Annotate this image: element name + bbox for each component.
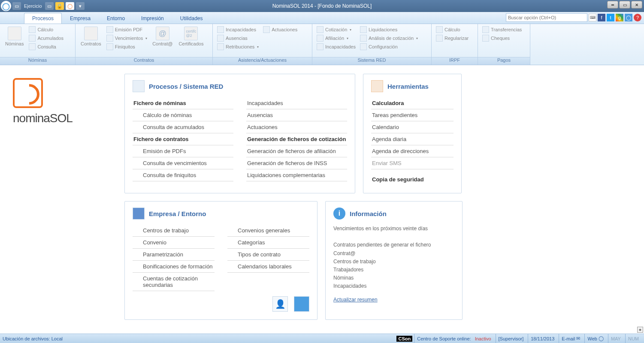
search-input[interactable] xyxy=(506,13,587,22)
list-item[interactable]: Copia de seguridad xyxy=(371,174,454,185)
incapacidades-red-button[interactable]: Incapacidades xyxy=(316,43,357,51)
list-item[interactable]: Categorías xyxy=(227,237,309,249)
analysis-icon xyxy=(360,35,367,42)
qat-icon-2[interactable]: ▭ xyxy=(45,2,54,10)
actuaciones-button[interactable]: Actuaciones xyxy=(262,26,298,33)
configuracion-button[interactable]: Configuración xyxy=(359,43,419,51)
google-icon[interactable]: g xyxy=(616,14,623,21)
list-item[interactable]: Consulta de finiquitos xyxy=(133,169,233,181)
minimize-button[interactable]: ━ xyxy=(607,1,618,9)
qat-logo-icon[interactable]: ◯ xyxy=(66,2,74,10)
list-item[interactable]: Generación de ficheros de INSS xyxy=(246,157,347,169)
list-item[interactable]: Parametrización xyxy=(133,249,215,261)
list-item[interactable]: Cuentas de cotización secundarias xyxy=(133,273,215,291)
email-link[interactable]: E-mail ✉ xyxy=(559,334,583,343)
vencimientos-button[interactable]: Vencimientos▾ xyxy=(106,34,148,42)
tab-utilidades[interactable]: Utilidades xyxy=(172,13,211,24)
list-item[interactable]: Calendarios laborales xyxy=(227,261,309,273)
list-item[interactable]: Enviar SMS xyxy=(371,157,454,169)
qat-lock-icon[interactable]: 🔒 xyxy=(55,2,64,10)
list-item[interactable]: Centros de trabajo xyxy=(133,225,215,237)
irpf-calculo-button[interactable]: Cálculo xyxy=(435,26,469,33)
tab-entorno[interactable]: Entorno xyxy=(99,13,133,24)
support-status[interactable]: Centro de Soporte online: Inactivo xyxy=(414,334,493,343)
contratos-button[interactable]: Contratos xyxy=(79,26,103,47)
cert-icon: certifc@2 xyxy=(184,27,198,40)
calendar-icon xyxy=(106,35,113,42)
panel-title: Empresa / Entorno xyxy=(149,210,206,217)
list-item[interactable]: Convenio xyxy=(133,237,215,249)
list-item[interactable]: Emisión de PDFs xyxy=(133,145,233,157)
panel-procesos: Procesos / Sistema RED Fichero de nómina… xyxy=(124,74,355,193)
list-item[interactable]: Bonificaciones de formación xyxy=(133,261,215,273)
user-icon[interactable]: 👤 xyxy=(272,296,288,312)
web-link[interactable]: Web ◯ xyxy=(584,334,606,343)
tab-empresa[interactable]: Empresa xyxy=(62,13,99,24)
list-item[interactable]: Agenda de direcciones xyxy=(371,145,454,157)
list-item[interactable]: Incapacidades xyxy=(246,97,347,109)
herramientas-list: CalculadoraTareas pendientesCalendarioAg… xyxy=(371,97,454,185)
link-icon[interactable]: ◯ xyxy=(625,14,632,21)
user-label[interactable]: [Supervisor] xyxy=(496,334,526,343)
cson-badge[interactable]: CSon xyxy=(396,336,412,342)
list-item[interactable]: Generación de ficheros de afiliación xyxy=(246,145,347,157)
list-item[interactable]: Liquidaciones complementarias xyxy=(246,169,347,181)
afiliacion-button[interactable]: Afiliación▾ xyxy=(316,34,357,42)
list-item[interactable]: Agenda diaria xyxy=(371,133,454,145)
twitter-icon[interactable]: t xyxy=(607,14,614,21)
list-item[interactable]: Cálculo de nóminas xyxy=(133,109,233,121)
tab-procesos[interactable]: Procesos xyxy=(24,13,62,24)
ausencias-button[interactable]: Ausencias xyxy=(216,34,260,42)
caps-indicator: MAY xyxy=(608,334,623,343)
liquidaciones-button[interactable]: Liquidaciones xyxy=(359,26,419,33)
incapacidades-button[interactable]: Incapacidades xyxy=(216,26,260,33)
contrata-button[interactable]: @ Contrat@ xyxy=(151,26,174,47)
list-item[interactable]: Tipos de contrato xyxy=(227,249,309,261)
emision-pdf-button[interactable]: Emisión PDF xyxy=(106,26,148,33)
dropdown-icon: ▾ xyxy=(347,36,348,40)
tab-impresion[interactable]: Impresión xyxy=(133,13,172,24)
panel-title: Procesos / Sistema RED xyxy=(149,83,223,90)
help-icon[interactable]: ? xyxy=(634,14,641,21)
certificados-button[interactable]: certifc@2 Certificados xyxy=(177,26,205,47)
list-item[interactable]: Fichero de nóminas xyxy=(133,97,233,109)
calculo-button[interactable]: Cálculo xyxy=(28,26,64,33)
list-item[interactable]: Consulta de vencimientos xyxy=(133,157,233,169)
qat-document-icon[interactable]: ▭ xyxy=(12,2,21,10)
cotizacion-button[interactable]: Cotización▾ xyxy=(316,26,357,33)
facebook-icon[interactable]: f xyxy=(598,14,605,21)
regularizar-button[interactable]: Regularizar xyxy=(435,34,469,42)
info-line: Centros de trabajo xyxy=(333,258,454,266)
document-icon xyxy=(133,80,145,92)
transferencias-button[interactable]: Transferencias xyxy=(481,26,523,33)
actualizar-resumen-link[interactable]: Actualizar resumen xyxy=(333,297,378,303)
building-tool-icon[interactable] xyxy=(294,296,309,312)
consulta-button[interactable]: Consulta xyxy=(28,43,64,51)
search-icon xyxy=(29,43,36,50)
keyboard-icon[interactable]: ⌨ xyxy=(589,14,596,21)
calc-icon xyxy=(436,26,443,33)
close-button[interactable]: ✕ xyxy=(631,1,642,9)
qat-dropdown-icon[interactable]: ▾ xyxy=(76,2,85,10)
expand-button[interactable]: + xyxy=(637,327,643,333)
list-item[interactable]: Consulta de acumulados xyxy=(133,121,233,133)
list-item[interactable]: Convenios generales xyxy=(227,225,309,237)
maximize-button[interactable]: ▭ xyxy=(619,1,630,9)
list-item[interactable]: Calendario xyxy=(371,121,454,133)
app-icon[interactable]: ◯ xyxy=(1,1,11,11)
info-line xyxy=(333,233,454,241)
list-item[interactable]: Ausencias xyxy=(246,109,347,121)
list-item[interactable]: Generación de ficheros de cotización xyxy=(246,133,347,145)
list-item[interactable]: Actuaciones xyxy=(246,121,347,133)
finiquitos-button[interactable]: Finiquitos xyxy=(106,43,148,51)
acumulados-button[interactable]: Acumulados xyxy=(28,34,64,42)
retribuciones-button[interactable]: Retribuciones▾ xyxy=(216,43,260,51)
date-label[interactable]: 18/11/2013 xyxy=(528,334,557,343)
action-icon xyxy=(263,26,270,33)
list-item[interactable]: Fichero de contratos xyxy=(133,133,233,145)
analisis-button[interactable]: Análisis de cotización▾ xyxy=(359,34,419,42)
list-item[interactable]: Calculadora xyxy=(371,97,454,109)
list-item[interactable]: Tareas pendientes xyxy=(371,109,454,121)
nominas-button[interactable]: Nóminas xyxy=(3,26,25,47)
cheques-button[interactable]: Cheques xyxy=(481,34,523,42)
